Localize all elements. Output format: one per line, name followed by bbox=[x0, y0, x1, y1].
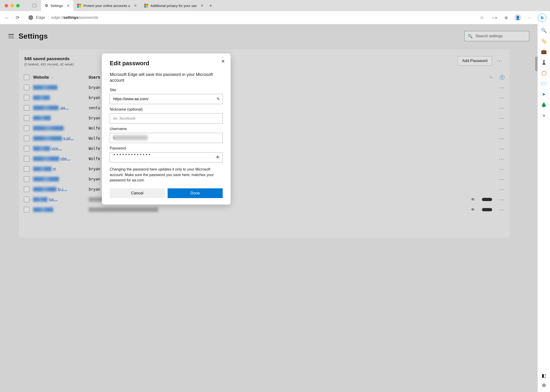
redacted bbox=[113, 135, 148, 140]
close-icon[interactable]: ✕ bbox=[200, 3, 204, 8]
close-icon[interactable]: ✕ bbox=[221, 59, 225, 64]
close-icon[interactable]: ✕ bbox=[67, 3, 70, 8]
tab-protect[interactable]: Protect your online accounts u ✕ bbox=[73, 0, 141, 11]
minimize-window[interactable] bbox=[10, 4, 14, 7]
nickname-label: Nickname (optional) bbox=[110, 107, 223, 112]
refresh-button[interactable]: ⟳ bbox=[14, 14, 21, 21]
site-input[interactable] bbox=[110, 94, 223, 104]
tab-privacy[interactable]: Additional privacy for your sav ✕ bbox=[141, 0, 207, 11]
search-icon[interactable]: 🔍 bbox=[542, 28, 547, 33]
briefcase-icon[interactable]: 💼 bbox=[542, 49, 547, 54]
outlook-icon[interactable]: ✉️ bbox=[542, 81, 547, 86]
back-button[interactable]: ← bbox=[4, 14, 10, 21]
address-label: Edge bbox=[36, 15, 49, 20]
close-icon[interactable]: ✕ bbox=[134, 3, 137, 8]
edit-password-modal: ✕ Edit password Microsoft Edge will save… bbox=[102, 53, 231, 204]
titlebar: Settings ✕ Protect your online accounts … bbox=[0, 0, 550, 11]
nickname-input[interactable] bbox=[110, 113, 223, 124]
modal-footer-text: Changing the password here updates it on… bbox=[110, 167, 223, 183]
tab-label: Settings bbox=[50, 4, 63, 8]
tab-overview-icon[interactable] bbox=[32, 4, 36, 7]
password-input[interactable]: ••••••••••••• bbox=[110, 152, 223, 162]
gear-icon bbox=[45, 3, 48, 8]
profile-avatar[interactable]: 👤 bbox=[514, 14, 521, 21]
cancel-button[interactable]: Cancel bbox=[110, 188, 165, 198]
tree-icon[interactable]: 🌲 bbox=[542, 102, 547, 107]
edge-icon bbox=[28, 15, 33, 20]
maximize-window[interactable] bbox=[16, 4, 20, 7]
plus-icon[interactable]: ＋ bbox=[542, 113, 547, 118]
content-area: Settings 🔍 Search settings 548 saved pas… bbox=[0, 24, 537, 392]
collections-icon[interactable]: ⊞ bbox=[503, 14, 509, 21]
office-icon[interactable]: ◯ bbox=[542, 70, 547, 76]
done-button[interactable]: Done bbox=[168, 188, 223, 198]
address-url: edge://settings/passwords bbox=[51, 15, 98, 20]
address-bar[interactable]: Edge edge://settings/passwords ✩ bbox=[25, 13, 487, 22]
tab-settings[interactable]: Settings ✕ bbox=[41, 0, 73, 11]
site-label: Site bbox=[110, 88, 223, 92]
new-tab-button[interactable]: ＋ bbox=[207, 2, 214, 9]
toolbar: ← ⟳ Edge edge://settings/passwords ✩ ☆≡ … bbox=[0, 11, 550, 24]
tabs: Settings ✕ Protect your online accounts … bbox=[41, 0, 545, 11]
username-label: Username bbox=[110, 127, 223, 131]
games-icon[interactable]: ♟️ bbox=[542, 60, 547, 65]
bing-chat-icon[interactable]: b bbox=[538, 14, 546, 22]
settings-icon[interactable]: ⚙ bbox=[542, 383, 547, 388]
ms-logo-icon bbox=[144, 4, 148, 8]
ms-logo-icon bbox=[77, 4, 81, 8]
tab-label: Protect your online accounts u bbox=[83, 4, 130, 8]
tag-icon[interactable]: 🏷️ bbox=[542, 38, 547, 43]
toolbar-actions: ☆≡ ⊞ 👤 ⋯ b bbox=[491, 14, 546, 22]
menu-icon[interactable]: ⋯ bbox=[526, 14, 533, 21]
password-label: Password bbox=[110, 146, 223, 150]
sidebar-toggle-icon[interactable]: ◧ bbox=[542, 373, 547, 378]
modal-backdrop bbox=[0, 24, 537, 392]
window-controls bbox=[5, 4, 20, 7]
modal-lead: Microsoft Edge will save this password i… bbox=[110, 72, 223, 83]
side-rail: 🔍 🏷️ 💼 ♟️ ◯ ✉️ ➤ 🌲 ＋ ◧ ⚙ bbox=[537, 24, 550, 392]
favorites-icon[interactable]: ☆≡ bbox=[491, 14, 498, 21]
send-icon[interactable]: ➤ bbox=[542, 92, 547, 97]
modal-title: Edit password bbox=[110, 60, 223, 67]
close-window[interactable] bbox=[5, 4, 8, 7]
favorite-icon[interactable]: ✩ bbox=[480, 15, 484, 20]
tab-label: Additional privacy for your sav bbox=[150, 4, 197, 8]
reveal-icon[interactable]: 👁 bbox=[216, 155, 220, 160]
pencil-icon[interactable]: ✎ bbox=[216, 97, 220, 102]
